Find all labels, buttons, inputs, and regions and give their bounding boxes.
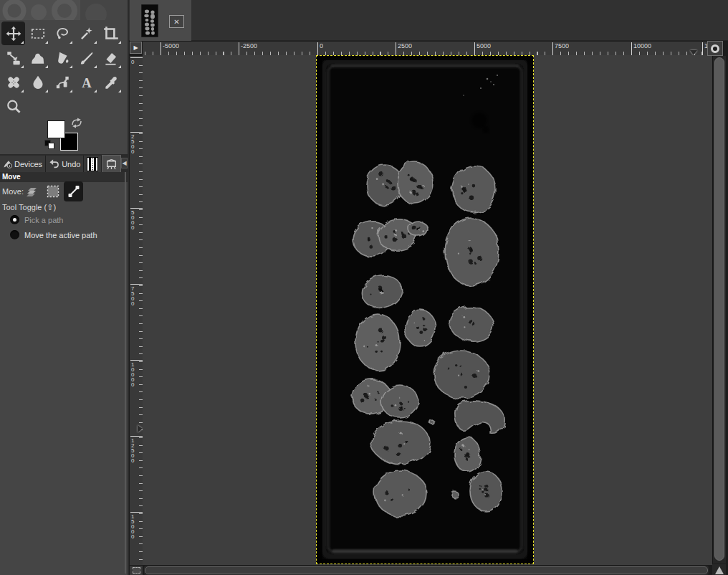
ruler-label: 1 2 5 0 0 — [131, 438, 134, 463]
close-image-button[interactable]: ✕ — [169, 15, 184, 28]
tab-undo[interactable]: Undo — [46, 156, 84, 172]
warp-icon — [29, 49, 47, 67]
paths-icon — [54, 74, 71, 91]
tool-color-picker-button[interactable] — [99, 70, 123, 94]
vertical-scrollbar[interactable] — [712, 56, 726, 564]
ruler-major-tick — [474, 42, 475, 55]
tool-heal-button[interactable] — [1, 70, 25, 94]
dust-speck — [490, 81, 492, 82]
ruler-major-tick — [130, 436, 143, 437]
tool-bucket-fill-button[interactable] — [50, 46, 74, 70]
menu-arrow-icon: ▶ — [133, 44, 138, 51]
dust-speck — [463, 95, 464, 96]
specimen-blob — [371, 421, 430, 464]
tool-fuzzy-select-button[interactable] — [75, 22, 98, 45]
ruler-major-tick — [130, 512, 143, 513]
wilber-decoration — [0, 0, 128, 20]
blob-speck — [469, 239, 470, 241]
tool-options-scrollbar[interactable] — [125, 172, 126, 574]
blob-pore — [409, 490, 411, 493]
tool-rectangle-select-button[interactable] — [26, 22, 49, 45]
blob-pore — [459, 191, 461, 193]
blob-speck — [383, 184, 385, 186]
tool-warp-button[interactable] — [26, 46, 49, 70]
zoom-follow-window-button[interactable] — [707, 41, 723, 56]
blob-speck — [395, 234, 397, 237]
blob-pore — [393, 238, 398, 242]
move-mode-path-button[interactable] — [64, 181, 83, 201]
vertical-scrollbar-thumb[interactable] — [714, 57, 724, 561]
blob-speck — [403, 443, 405, 445]
blob-pore — [461, 186, 465, 190]
ruler-major-tick — [702, 42, 703, 55]
radio-move-active-path[interactable]: Move the active path — [10, 230, 97, 239]
horizontal-ruler[interactable]: -5000-25000250050007500100001 — [143, 42, 708, 55]
image-layer[interactable] — [316, 55, 534, 564]
tab-images[interactable] — [102, 155, 121, 172]
tool-paths-button[interactable] — [50, 70, 74, 94]
tab-devices[interactable]: Devices — [0, 156, 46, 172]
tab-menu-button[interactable]: ◀ — [121, 158, 127, 168]
tool-move-button[interactable] — [1, 22, 25, 45]
blob-pore — [391, 499, 393, 502]
tool-text-button[interactable]: A — [75, 70, 98, 94]
tool-free-select-button[interactable] — [50, 22, 74, 45]
blob-pore — [464, 385, 466, 388]
horizontal-scrollbar-thumb[interactable] — [145, 566, 708, 574]
swap-colors-icon[interactable] — [70, 118, 83, 128]
heal-icon — [5, 74, 22, 91]
radio-button-icon[interactable] — [10, 215, 19, 224]
tab-devices-label: Devices — [14, 160, 42, 168]
move-mode-selection-button[interactable] — [43, 181, 62, 201]
tab-pointer[interactable] — [84, 156, 102, 172]
blob-pore — [421, 316, 424, 319]
blob-pore — [466, 452, 469, 456]
specimen-blob — [375, 470, 426, 516]
specimen-blob — [452, 166, 495, 213]
ruler-major-tick — [130, 284, 143, 285]
ruler-label: 1 5 0 0 0 — [131, 514, 134, 539]
blob-speck — [399, 397, 401, 399]
canvas-viewport[interactable] — [143, 55, 712, 565]
blob-pore — [473, 374, 477, 379]
canvas-menu-button[interactable]: ▶ — [130, 42, 142, 54]
tool-smudge-button[interactable] — [26, 70, 49, 94]
blob-pore — [420, 331, 423, 335]
histology-slide-image — [317, 56, 533, 564]
blob-speck — [423, 340, 425, 341]
zoom-follow-icon — [711, 44, 719, 53]
blob-speck — [364, 346, 366, 348]
tool-eraser-button[interactable] — [99, 46, 123, 70]
image-thumbnail — [141, 4, 158, 40]
tool-group-arrow-icon — [94, 65, 97, 68]
radio-pick-a-path[interactable]: Pick a path — [10, 215, 63, 224]
horizontal-scrollbar[interactable] — [144, 566, 709, 575]
move-icon — [5, 25, 22, 42]
blob-speck — [376, 345, 378, 347]
ruler-label: -5000 — [163, 42, 179, 49]
blob-pore — [365, 395, 370, 399]
quick-mask-toggle[interactable] — [130, 566, 143, 575]
blob-pore — [472, 184, 476, 188]
image-tab[interactable]: ✕ — [130, 0, 191, 41]
ruler-label: 5 0 0 0 — [131, 210, 134, 230]
ruler-major-tick — [130, 208, 143, 209]
navigation-button[interactable] — [712, 564, 726, 575]
foreground-color-swatch[interactable] — [47, 120, 65, 138]
blob-pore — [478, 257, 482, 261]
ruler-label: 1 0 0 0 0 — [131, 362, 134, 387]
default-colors-icon[interactable] — [44, 140, 56, 150]
tool-transform-button[interactable] — [1, 46, 25, 70]
tool-group-arrow-icon — [45, 41, 48, 44]
move-mode-layer-button[interactable] — [22, 181, 42, 201]
blob-pore — [384, 235, 388, 239]
tool-paintbrush-button[interactable] — [75, 46, 98, 70]
vertical-ruler[interactable]: 02 5 0 05 0 0 07 5 0 01 0 0 0 01 2 5 0 0… — [130, 56, 143, 565]
radio-button-icon[interactable] — [10, 230, 19, 239]
blob-speck — [457, 374, 459, 376]
blob-speck — [422, 230, 424, 232]
tool-crop-button[interactable] — [99, 22, 123, 45]
tool-zoom-button[interactable] — [1, 95, 25, 118]
blob-pore — [378, 392, 380, 394]
blob-speck — [418, 229, 419, 230]
